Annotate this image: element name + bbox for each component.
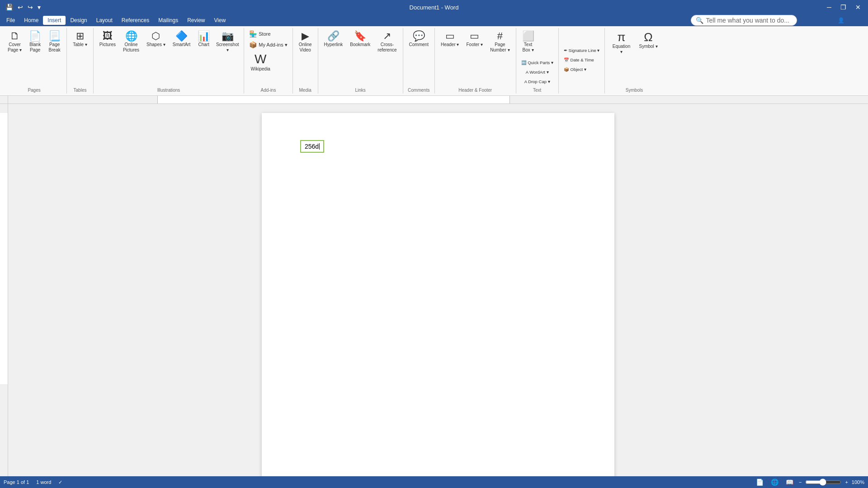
text-input-cell[interactable]: 256d — [300, 140, 324, 153]
equation-button[interactable]: π Equation ▾ — [608, 29, 635, 58]
online-video-button[interactable]: ▶ OnlineVideo — [296, 29, 315, 58]
cross-reference-label: Cross-reference — [377, 42, 396, 53]
page-break-label: PageBreak — [49, 42, 61, 53]
smartart-button[interactable]: 🔷 SmartArt — [170, 29, 193, 58]
pages-buttons: 🗋 CoverPage ▾ 📄 BlankPage 📃 PageBreak — [5, 29, 64, 87]
restore-button[interactable]: ❐ — [837, 2, 850, 13]
menu-review[interactable]: Review — [183, 16, 209, 25]
menu-layout[interactable]: Layout — [92, 16, 117, 25]
redo-button[interactable]: ↪ — [26, 3, 35, 12]
my-addins-icon: 📦 — [249, 41, 257, 48]
menu-references[interactable]: References — [117, 16, 154, 25]
blank-page-button[interactable]: 📄 BlankPage — [26, 29, 44, 58]
read-view-button[interactable]: 📖 — [784, 478, 795, 487]
minimize-button[interactable]: ─ — [823, 2, 835, 13]
comment-label: Comment — [409, 42, 429, 47]
quick-parts-button[interactable]: 🔤 Quick Parts ▾ — [519, 59, 556, 68]
online-pictures-button[interactable]: 🌐 OnlinePictures — [120, 29, 142, 58]
chart-label: Chart — [198, 42, 209, 47]
menu-file[interactable]: File — [2, 16, 19, 25]
signature-line-button[interactable]: ✒ Signature Line ▾ — [561, 47, 602, 56]
document-area[interactable]: 256d — [8, 104, 868, 488]
links-buttons: 🔗 Hyperlink 🔖 Bookmark ↗ Cross-reference — [321, 29, 400, 87]
menu-view[interactable]: View — [210, 16, 231, 25]
zoom-plus[interactable]: + — [845, 479, 848, 485]
object-button[interactable]: 📦 Object ▾ — [561, 66, 589, 75]
date-time-button[interactable]: 📅 Date & Time — [561, 56, 596, 65]
proofing-status: ✓ — [58, 479, 62, 485]
save-button[interactable]: 💾 — [4, 3, 15, 12]
zoom-minus[interactable]: − — [799, 479, 802, 485]
addins-buttons: 🏪 Store 📦 My Add-ins ▾ W Wikipedia — [247, 29, 289, 87]
menu-insert[interactable]: Insert — [43, 16, 66, 25]
pages-group-label: Pages — [28, 87, 40, 93]
text-box-button[interactable]: ⬜ TextBox ▾ — [519, 29, 538, 58]
menu-design[interactable]: Design — [66, 16, 91, 25]
cover-page-label: CoverPage ▾ — [8, 42, 22, 53]
tell-me-input[interactable]: 🔍 Tell me what you want to do... — [691, 15, 797, 26]
chart-button[interactable]: 📊 Chart — [194, 29, 213, 58]
table-icon: ⊞ — [76, 31, 84, 41]
share-label[interactable]: Share — [848, 17, 863, 23]
shapes-button[interactable]: ⬡ Shapes ▾ — [143, 29, 169, 58]
cover-page-button[interactable]: 🗋 CoverPage ▾ — [5, 29, 25, 58]
table-button[interactable]: ⊞ Table ▾ — [70, 29, 90, 58]
undo-button[interactable]: ↩ — [16, 3, 25, 12]
menu-home[interactable]: Home — [19, 16, 43, 25]
drop-cap-button[interactable]: A Drop Cap ▾ — [519, 78, 556, 87]
blank-page-icon: 📄 — [29, 31, 41, 41]
cross-reference-button[interactable]: ↗ Cross-reference — [374, 29, 400, 58]
wordart-label: A WordArt ▾ — [526, 70, 549, 75]
v-ruler-inner — [0, 113, 8, 384]
user-area[interactable]: Mark LaBarr 👤 Share — [801, 17, 866, 23]
wikipedia-label: Wikipedia — [251, 66, 270, 72]
ribbon-group-pages: 🗋 CoverPage ▾ 📄 BlankPage 📃 PageBreak Pa… — [2, 28, 67, 94]
screenshot-icon: 📷 — [222, 31, 234, 41]
symbol-button[interactable]: Ω Symbol ▾ — [636, 29, 660, 58]
bookmark-button[interactable]: 🔖 Bookmark — [347, 29, 373, 58]
close-button[interactable]: ✕ — [852, 2, 864, 13]
comments-buttons: 💬 Comment — [406, 29, 432, 87]
ribbon-group-symbols: π Equation ▾ Ω Symbol ▾ Symbols — [605, 28, 663, 94]
blank-page-label: BlankPage — [29, 42, 41, 53]
wikipedia-button[interactable]: W Wikipedia — [247, 51, 274, 74]
vertical-ruler — [0, 104, 8, 488]
quick-parts-label: 🔤 Quick Parts ▾ — [521, 60, 553, 65]
addins-group-label: Add-ins — [261, 87, 276, 93]
text-buttons: ⬜ TextBox ▾ 🔤 Quick Parts ▾ A WordArt ▾ … — [519, 29, 556, 87]
pictures-button[interactable]: 🖼 Pictures — [96, 29, 119, 58]
header-icon: ▭ — [445, 31, 455, 41]
my-addins-button[interactable]: 📦 My Add-ins ▾ — [247, 40, 289, 50]
media-buttons: ▶ OnlineVideo — [296, 29, 315, 87]
comment-button[interactable]: 💬 Comment — [406, 29, 432, 58]
shapes-label: Shapes ▾ — [146, 42, 165, 47]
statusbar: Page 1 of 1 1 word ✓ 📄 🌐 📖 − + 100% — [0, 476, 868, 488]
print-view-button[interactable]: 📄 — [754, 478, 765, 487]
signature-line-label: ✒ Signature Line ▾ — [564, 48, 600, 53]
zoom-slider[interactable] — [805, 479, 841, 486]
menu-mailings[interactable]: Mailings — [154, 16, 183, 25]
header-button[interactable]: ▭ Header ▾ — [438, 29, 462, 58]
store-icon: 🏪 — [249, 30, 257, 38]
illustrations-buttons: 🖼 Pictures 🌐 OnlinePictures ⬡ Shapes ▾ 🔷… — [96, 29, 241, 87]
wordart-button[interactable]: A WordArt ▾ — [519, 68, 556, 77]
web-view-button[interactable]: 🌐 — [769, 478, 780, 487]
footer-button[interactable]: ▭ Footer ▾ — [463, 29, 486, 58]
symbol-label: Symbol ▾ — [639, 44, 657, 49]
screenshot-label: Screenshot ▾ — [216, 42, 239, 53]
screenshot-button[interactable]: 📷 Screenshot ▾ — [214, 29, 241, 58]
symbols-group-label: Symbols — [626, 87, 643, 93]
page-number-button[interactable]: # PageNumber ▾ — [487, 29, 513, 58]
page-break-button[interactable]: 📃 PageBreak — [45, 29, 64, 58]
customize-qa-button[interactable]: ▾ — [36, 3, 42, 12]
tables-buttons: ⊞ Table ▾ — [70, 29, 90, 87]
document-page[interactable]: 256d — [262, 113, 614, 488]
hyperlink-button[interactable]: 🔗 Hyperlink — [321, 29, 346, 58]
equation-label: Equation ▾ — [611, 44, 632, 55]
ribbon-group-illustrations: 🖼 Pictures 🌐 OnlinePictures ⬡ Shapes ▾ 🔷… — [94, 28, 244, 94]
table-label: Table ▾ — [73, 42, 87, 47]
page-number-icon: # — [497, 31, 503, 41]
pictures-icon: 🖼 — [103, 31, 113, 41]
store-button[interactable]: 🏪 Store — [247, 29, 289, 39]
text-box-icon: ⬜ — [522, 31, 534, 41]
